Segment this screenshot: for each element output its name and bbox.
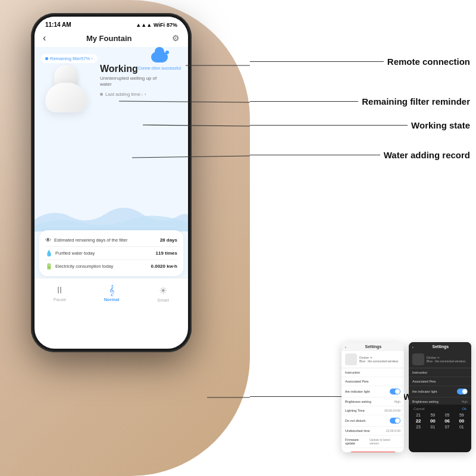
- time-col-1: 21 22 23: [416, 413, 421, 429]
- phone-shell: 11:14 AM ▲▲▲ WiFi 87% ‹ My Fountain ⚙: [31, 13, 192, 352]
- time-val-3-selected: 06: [444, 418, 450, 424]
- time-val-1-below: 23: [416, 425, 421, 429]
- settings-row-instruction-dark: Instruction: [409, 368, 471, 377]
- time-val-2-below: 01: [430, 425, 435, 429]
- signal-icon: ▲▲▲: [136, 22, 152, 28]
- settings-dark-header: ‹ Settings: [409, 342, 471, 351]
- filter-stat-value: 28 days: [160, 237, 177, 243]
- annotation-line-remote: [250, 61, 384, 62]
- electricity-stat-label: Electricity consumption today: [55, 264, 113, 269]
- settings-title-light: Settings: [346, 345, 400, 349]
- settings-row-indicator-light: the indicator light: [342, 386, 404, 397]
- settings-device-icon-dark: [412, 353, 424, 365]
- settings-device-row-light: Drinker ✏ Blue · the-connected-wireless: [342, 351, 404, 368]
- water-stat-label: Purified water today: [55, 250, 95, 256]
- nav-item-normal[interactable]: 𝄞 Normal: [104, 285, 120, 302]
- status-time: 11:14 AM: [45, 21, 71, 28]
- normal-icon: 𝄞: [109, 285, 114, 296]
- status-bar: 11:14 AM ▲▲▲ WiFi 87%: [35, 17, 188, 30]
- indicator-toggle-dark[interactable]: [457, 389, 468, 394]
- app-title: My Fountain: [86, 34, 132, 43]
- smart-icon: ☀: [159, 285, 167, 296]
- annotations: Remote connection Remaining filter remin…: [250, 0, 476, 476]
- settings-row-pets-dark: Associated Pets: [409, 377, 471, 386]
- battery-icon: 87%: [167, 22, 177, 28]
- settings-light-thumb: ‹ Settings Drinker ✏ Blue · the-connecte…: [342, 342, 404, 452]
- time-col-3: 05 06 07: [444, 413, 450, 429]
- time-val-3-below: 07: [445, 425, 450, 429]
- settings-device-row-dark: Drinker ✏ Blue · the-connected-wireless: [409, 351, 471, 368]
- stat-row-electricity: 🔋 Electricity consumption today 0.0020 k…: [45, 260, 177, 273]
- settings-row-firmware-light: Firmware update Update to latest version: [342, 436, 404, 448]
- filter-text: Remaining filter57% ›: [50, 56, 93, 61]
- settings-dark-thumb: ‹ Settings Drinker ✏ Blue · the-connecte…: [409, 342, 471, 452]
- settings-device-icon-light: [345, 353, 357, 365]
- stats-area: 👁 Estimated remaining days of the filter…: [39, 230, 183, 276]
- app-nav: ‹ My Fountain ⚙: [35, 30, 188, 47]
- settings-device-info-light: Drinker ✏ Blue · the-connected-wireless: [359, 356, 399, 363]
- wifi-icon: WiFi: [154, 22, 165, 28]
- remaining-filter-text: Remaining filter reminder: [362, 96, 470, 107]
- phone-screen: 11:14 AM ▲▲▲ WiFi 87% ‹ My Fountain ⚙: [35, 17, 188, 349]
- settings-device-info-dark: Drinker ✏ Blue · the-connected-wireless: [427, 356, 466, 363]
- wave-area: [35, 196, 188, 231]
- annotation-filter: Remaining filter reminder: [250, 96, 470, 107]
- annotation-line-filter: [250, 101, 358, 102]
- time-picker-ok[interactable]: Ok: [462, 407, 466, 411]
- time-col-2: 59 00 01: [430, 413, 436, 429]
- filter-stat-icon: 👁: [45, 237, 51, 243]
- time-picker-header: Cancel Ok: [409, 405, 471, 413]
- smart-label: Smart: [157, 298, 169, 303]
- nav-item-smart[interactable]: ☀ Smart: [157, 285, 169, 303]
- time-val-4-selected: 00: [459, 418, 464, 424]
- settings-row-brightness-light: Brightness setting High: [342, 397, 404, 406]
- back-button[interactable]: ‹: [43, 33, 46, 43]
- water-stat-value: 119 times: [156, 250, 177, 256]
- delete-device-btn-light[interactable]: Delete a device: [348, 452, 398, 452]
- last-adding-dot: [100, 93, 103, 96]
- time-val-1-above: 21: [416, 413, 421, 417]
- nav-item-pause[interactable]: ⏸ Pause: [54, 285, 66, 302]
- stat-row-water: 💧 Purified water today 119 times: [45, 247, 177, 260]
- app-content: Conne ction successful Remaining filter5…: [35, 47, 188, 309]
- indicator-toggle-light[interactable]: [390, 389, 400, 394]
- fountain-device: [39, 65, 99, 118]
- disturb-toggle-light[interactable]: [390, 418, 400, 424]
- settings-row-lighting-light: Lighting Time 00:00-24:00: [342, 406, 404, 415]
- water-adding-text: Water adding record: [384, 150, 470, 160]
- settings-light-header: ‹ Settings: [342, 342, 404, 351]
- annotation-remote: Remote connection: [250, 57, 470, 67]
- electricity-stat-icon: 🔋: [45, 263, 52, 270]
- working-state-text: Working state: [411, 120, 470, 130]
- working-title: Working: [100, 64, 161, 74]
- pause-label: Pause: [54, 297, 66, 302]
- settings-button[interactable]: ⚙: [172, 33, 180, 43]
- time-picker-cols: 21 22 23 59 00 01 05 06 07: [409, 413, 471, 429]
- settings-row-undisturbed-light: Undisturbed time 22:00-6:00: [342, 427, 404, 436]
- time-picker-overlay: Cancel Ok 21 22 23 59 00 01: [409, 405, 471, 452]
- bottom-nav: ⏸ Pause 𝄞 Normal ☀ Smart: [35, 278, 188, 309]
- time-picker-cancel[interactable]: Cancel: [414, 407, 425, 411]
- cloud-icon: [151, 52, 168, 62]
- water-stat-icon: 💧: [45, 250, 52, 256]
- annotation-water: Water adding record: [250, 150, 470, 160]
- filter-bar[interactable]: Remaining filter57% ›: [40, 54, 98, 63]
- last-adding[interactable]: Last adding time:- ›: [100, 92, 161, 97]
- wave-svg: [35, 196, 188, 231]
- settings-screenshots: ‹ Settings Drinker ✏ Blue · the-connecte…: [342, 342, 471, 452]
- stat-left-water: 💧 Purified water today: [45, 250, 95, 256]
- normal-label: Normal: [104, 297, 120, 302]
- filter-dot: [45, 57, 48, 60]
- time-val-2-above: 59: [430, 413, 435, 417]
- time-val-4-above: 59: [459, 413, 464, 417]
- time-val-3-above: 05: [445, 413, 450, 417]
- time-val-1-selected: 22: [416, 418, 421, 424]
- time-col-4: 59 00 01: [459, 413, 464, 429]
- pause-icon: ⏸: [55, 285, 64, 296]
- settings-title-dark: Settings: [414, 345, 468, 349]
- status-icons: ▲▲▲ WiFi 87%: [136, 22, 177, 28]
- stat-row-filter: 👁 Estimated remaining days of the filter…: [45, 234, 177, 247]
- annotation-working: Working state: [250, 120, 470, 130]
- device-status-light: Blue · the-connected-wireless: [359, 359, 399, 363]
- time-val-4-below: 01: [459, 425, 464, 429]
